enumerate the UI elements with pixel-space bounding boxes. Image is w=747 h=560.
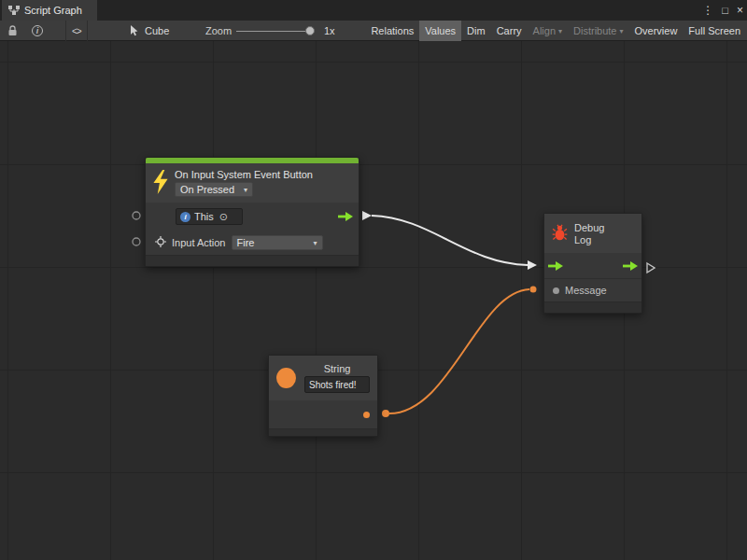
this-label: This bbox=[194, 211, 214, 222]
target-object-label[interactable]: Cube bbox=[145, 21, 169, 41]
message-label: Message bbox=[565, 285, 607, 296]
close-icon[interactable]: × bbox=[737, 5, 743, 16]
overview-button[interactable]: Overview bbox=[629, 21, 684, 41]
distribute-button[interactable]: Distribute▾ bbox=[568, 21, 628, 41]
input-action-label: Input Action bbox=[172, 237, 226, 248]
object-picker-icon[interactable]: ⊙ bbox=[219, 211, 228, 223]
input-action-row: Input Action Fire ▾ bbox=[146, 231, 359, 255]
title-bar: Script Graph ⋮ □ × bbox=[0, 0, 747, 21]
tab-title: Script Graph bbox=[24, 5, 82, 16]
zoom-value: 1x bbox=[324, 21, 335, 41]
cursor-icon bbox=[131, 21, 139, 41]
debug-method: Log bbox=[574, 234, 604, 245]
bug-icon bbox=[552, 224, 568, 243]
event-node-header: On Input System Event Button On Pressed … bbox=[146, 163, 359, 203]
string-node-title: String bbox=[324, 363, 351, 374]
script-graph-window: Script Graph ⋮ □ × i <> Cube Zoom 1x Rel… bbox=[0, 0, 747, 560]
maximize-icon[interactable]: □ bbox=[722, 6, 728, 16]
chevron-down-icon: ▾ bbox=[558, 27, 562, 35]
this-info-icon: i bbox=[180, 212, 190, 222]
window-menu-icon[interactable]: ⋮ bbox=[702, 5, 713, 16]
crosshair-icon bbox=[155, 236, 166, 249]
string-type-icon bbox=[276, 368, 296, 388]
string-node-header: String Shots fired! bbox=[269, 356, 377, 400]
zoom-slider-knob[interactable] bbox=[305, 26, 315, 35]
string-node[interactable]: String Shots fired! bbox=[268, 355, 378, 437]
input-action-dropdown[interactable]: Fire ▾ bbox=[232, 235, 323, 250]
debug-category: Debug bbox=[574, 222, 604, 233]
flow-output-port[interactable] bbox=[623, 261, 638, 271]
graph-icon bbox=[8, 6, 20, 15]
carry-button[interactable]: Carry bbox=[491, 21, 528, 41]
debug-flow-row bbox=[544, 253, 641, 279]
string-output-port-icon[interactable] bbox=[363, 412, 370, 418]
node-footer bbox=[544, 301, 641, 313]
lock-icon[interactable] bbox=[7, 21, 18, 41]
message-port-icon[interactable] bbox=[553, 287, 559, 294]
info-icon[interactable]: i bbox=[32, 21, 43, 41]
node-footer bbox=[146, 255, 359, 266]
flow-output-port[interactable] bbox=[338, 212, 353, 221]
trigger-dropdown[interactable]: On Pressed ▾ bbox=[175, 182, 253, 197]
string-output-row bbox=[269, 400, 377, 428]
values-button[interactable]: Values bbox=[419, 21, 461, 41]
message-row: Message bbox=[544, 279, 641, 301]
lightning-bolt-icon bbox=[153, 170, 168, 196]
zoom-slider[interactable] bbox=[236, 21, 313, 41]
this-row: i This ⊙ bbox=[146, 203, 359, 231]
dim-button[interactable]: Dim bbox=[461, 21, 491, 41]
zoom-label: Zoom bbox=[205, 21, 232, 41]
relations-button[interactable]: Relations bbox=[365, 21, 419, 41]
debug-node-header: Debug Log bbox=[544, 214, 641, 253]
chevron-down-icon: ▾ bbox=[620, 27, 624, 35]
debug-log-node[interactable]: Debug Log Message bbox=[543, 213, 642, 314]
fullscreen-button[interactable]: Full Screen bbox=[683, 21, 746, 41]
align-button[interactable]: Align▾ bbox=[528, 21, 568, 41]
flow-input-port[interactable] bbox=[548, 261, 563, 271]
code-icon[interactable]: <> bbox=[65, 21, 88, 41]
string-value-input[interactable]: Shots fired! bbox=[304, 376, 370, 393]
tab-script-graph[interactable]: Script Graph bbox=[2, 0, 97, 21]
node-footer bbox=[269, 428, 377, 436]
this-object-field[interactable]: i This ⊙ bbox=[176, 208, 243, 225]
event-node-title: On Input System Event Button bbox=[175, 169, 351, 180]
graph-toolbar: i <> Cube Zoom 1x Relations Values Dim C… bbox=[0, 21, 747, 41]
chevron-down-icon: ▾ bbox=[244, 186, 247, 194]
on-input-event-node[interactable]: On Input System Event Button On Pressed … bbox=[145, 157, 359, 267]
chevron-down-icon: ▾ bbox=[313, 239, 317, 247]
